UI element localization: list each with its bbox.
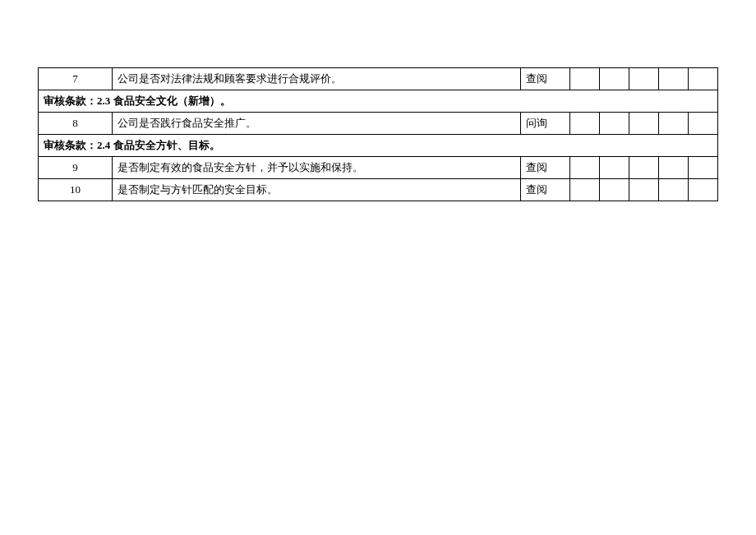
row-blank [570,68,600,90]
row-blank [689,113,718,135]
row-blank [689,157,718,179]
row-description: 公司是否对法律法规和顾客要求进行合规评价。 [113,68,521,90]
table-row: 7 公司是否对法律法规和顾客要求进行合规评价。 查阅 [39,68,718,90]
section-label: 审核条款：2.3 食品安全文化（新增）。 [39,90,718,113]
audit-checklist-table: 7 公司是否对法律法规和顾客要求进行合规评价。 查阅 审核条款：2.3 食品安全… [38,67,718,201]
row-blank [629,68,659,90]
section-header-row: 审核条款：2.4 食品安全方针、目标。 [39,135,718,157]
row-blank [689,179,718,201]
row-blank [659,179,689,201]
row-number: 8 [39,113,113,135]
row-blank [629,179,659,201]
row-method: 查阅 [521,179,570,201]
row-blank [570,179,600,201]
row-blank [600,68,629,90]
row-number: 7 [39,68,113,90]
row-blank [600,113,629,135]
row-description: 公司是否践行食品安全推广。 [113,113,521,135]
row-blank [629,113,659,135]
row-blank [570,157,600,179]
row-description: 是否制定有效的食品安全方针，并予以实施和保持。 [113,157,521,179]
row-blank [600,179,629,201]
row-method: 查阅 [521,68,570,90]
row-blank [629,157,659,179]
row-blank [659,157,689,179]
row-blank [600,157,629,179]
section-label: 审核条款：2.4 食品安全方针、目标。 [39,135,718,157]
row-number: 10 [39,179,113,201]
row-description: 是否制定与方针匹配的安全目标。 [113,179,521,201]
table-row: 9 是否制定有效的食品安全方针，并予以实施和保持。 查阅 [39,157,718,179]
table-row: 10 是否制定与方针匹配的安全目标。 查阅 [39,179,718,201]
row-blank [659,68,689,90]
row-method: 查阅 [521,157,570,179]
row-method: 问询 [521,113,570,135]
row-blank [689,68,718,90]
section-header-row: 审核条款：2.3 食品安全文化（新增）。 [39,90,718,113]
row-number: 9 [39,157,113,179]
row-blank [659,113,689,135]
row-blank [570,113,600,135]
table-row: 8 公司是否践行食品安全推广。 问询 [39,113,718,135]
